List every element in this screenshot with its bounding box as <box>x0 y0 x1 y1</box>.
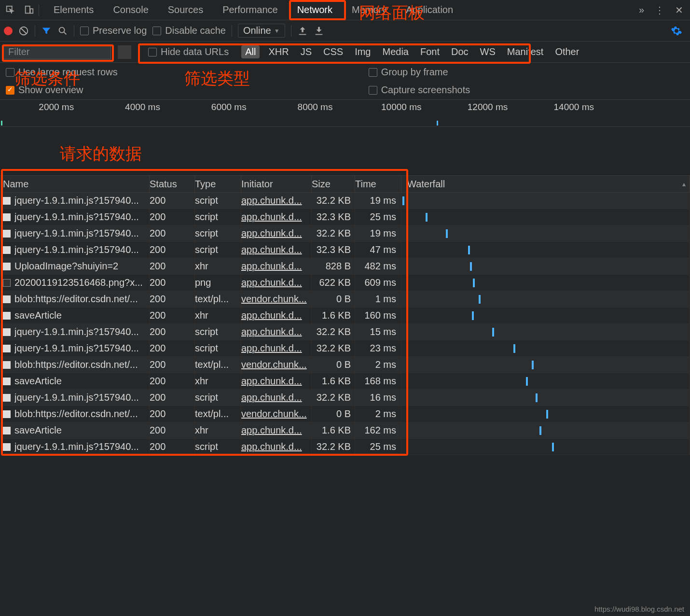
table-row[interactable]: jquery-1.9.1.min.js?157940...200scriptap… <box>0 340 690 357</box>
cell-initiator[interactable]: app.chunk.d... <box>241 258 312 274</box>
show-overview-checkbox[interactable]: Show overview <box>6 84 118 96</box>
table-row[interactable]: blob:https://editor.csdn.net/...200text/… <box>0 291 690 308</box>
hide-data-urls-checkbox[interactable]: Hide data URLs <box>148 46 229 57</box>
cell-initiator[interactable]: app.chunk.d... <box>241 242 312 258</box>
cell-time: 19 ms <box>355 225 401 241</box>
record-button[interactable] <box>4 27 13 35</box>
inspect-icon[interactable] <box>2 1 19 19</box>
overview-mark <box>437 121 438 126</box>
table-row[interactable]: blob:https://editor.csdn.net/...200text/… <box>0 406 690 422</box>
device-toggle-icon[interactable] <box>20 1 38 19</box>
table-row[interactable]: 20200119123516468.png?x...200pngapp.chun… <box>0 275 690 291</box>
download-har-icon[interactable] <box>314 26 324 36</box>
preserve-log-checkbox[interactable]: Preserve log <box>80 25 147 36</box>
table-row[interactable]: jquery-1.9.1.min.js?157940...200scriptap… <box>0 390 690 406</box>
chip-media[interactable]: Media <box>379 45 411 58</box>
upload-har-icon[interactable] <box>297 26 308 36</box>
header-initiator[interactable]: Initiator <box>241 176 312 192</box>
tab-sources[interactable]: Sources <box>158 0 213 19</box>
cell-time: 168 ms <box>355 373 401 389</box>
file-icon <box>3 443 11 451</box>
cell-size: 828 B <box>312 258 355 274</box>
cell-waterfall <box>401 439 690 455</box>
table-row[interactable]: jquery-1.9.1.min.js?157940...200scriptap… <box>0 193 690 209</box>
cell-waterfall <box>401 340 690 356</box>
cell-initiator[interactable]: app.chunk.d... <box>241 439 312 455</box>
clear-icon[interactable] <box>18 26 29 36</box>
chip-all[interactable]: All <box>241 45 260 58</box>
cell-initiator[interactable]: app.chunk.d... <box>241 209 312 225</box>
settings-gear-icon[interactable] <box>671 25 682 37</box>
cell-initiator[interactable]: app.chunk.d... <box>241 340 312 356</box>
cell-initiator[interactable]: app.chunk.d... <box>241 308 312 323</box>
table-row[interactable]: jquery-1.9.1.min.js?157940...200scriptap… <box>0 209 690 225</box>
capture-screenshots-checkbox[interactable]: Capture screenshots <box>369 84 470 96</box>
cell-name: jquery-1.9.1.min.js?157940... <box>0 225 150 241</box>
header-type[interactable]: Type <box>195 176 241 192</box>
cell-initiator[interactable]: app.chunk.d... <box>241 275 312 291</box>
regex-toggle[interactable] <box>118 45 131 59</box>
cell-initiator[interactable]: app.chunk.d... <box>241 390 312 406</box>
timeline-ruler[interactable]: 2000 ms4000 ms6000 ms8000 ms10000 ms1200… <box>0 100 690 127</box>
chip-xhr[interactable]: XHR <box>265 45 291 58</box>
chip-img[interactable]: Img <box>352 45 373 58</box>
group-by-frame-checkbox[interactable]: Group by frame <box>369 67 470 78</box>
table-row[interactable]: UploadImage?shuiyin=2200xhrapp.chunk.d..… <box>0 258 690 275</box>
table-row[interactable]: blob:https://editor.csdn.net/...200text/… <box>0 357 690 373</box>
cell-status: 200 <box>150 291 195 307</box>
header-size[interactable]: Size <box>312 176 355 192</box>
header-status[interactable]: Status <box>150 176 195 192</box>
chip-other[interactable]: Other <box>552 45 582 58</box>
tab-memory[interactable]: Memory <box>342 0 396 19</box>
cell-name: jquery-1.9.1.min.js?157940... <box>0 340 150 356</box>
chip-doc[interactable]: Doc <box>448 45 471 58</box>
file-icon <box>3 213 11 221</box>
tab-console[interactable]: Console <box>103 0 158 19</box>
cell-initiator[interactable]: vendor.chunk... <box>241 357 312 373</box>
tab-elements[interactable]: Elements <box>44 0 103 19</box>
chip-css[interactable]: CSS <box>320 45 346 58</box>
table-row[interactable]: jquery-1.9.1.min.js?157940...200scriptap… <box>0 225 690 242</box>
cell-size: 32.2 KB <box>312 225 355 241</box>
filter-toggle-icon[interactable] <box>41 26 52 36</box>
filter-input[interactable] <box>3 45 111 59</box>
cell-size: 32.2 KB <box>312 439 355 455</box>
chip-manifest[interactable]: Manifest <box>504 45 547 58</box>
blank-area <box>0 127 690 175</box>
cell-initiator[interactable]: app.chunk.d... <box>241 373 312 389</box>
cell-time: 160 ms <box>355 308 401 323</box>
table-row[interactable]: jquery-1.9.1.min.js?157940...200scriptap… <box>0 324 690 340</box>
header-name[interactable]: Name <box>0 176 150 192</box>
table-row[interactable]: saveArticle200xhrapp.chunk.d...1.6 KB162… <box>0 422 690 439</box>
close-devtools-icon[interactable]: ✕ <box>670 4 688 16</box>
tab-performance[interactable]: Performance <box>213 0 288 19</box>
cell-initiator[interactable]: app.chunk.d... <box>241 422 312 438</box>
more-panels-icon[interactable]: » <box>634 4 649 15</box>
cell-initiator[interactable]: app.chunk.d... <box>241 324 312 340</box>
cell-initiator[interactable]: app.chunk.d... <box>241 225 312 241</box>
tab-network[interactable]: Network <box>288 0 342 19</box>
disable-cache-checkbox[interactable]: Disable cache <box>152 25 226 36</box>
table-row[interactable]: saveArticle200xhrapp.chunk.d...1.6 KB160… <box>0 308 690 324</box>
header-waterfall[interactable]: Waterfall <box>401 176 690 192</box>
cell-initiator[interactable]: app.chunk.d... <box>241 193 312 209</box>
search-icon[interactable] <box>57 26 68 36</box>
table-row[interactable]: jquery-1.9.1.min.js?157940...200scriptap… <box>0 242 690 258</box>
cell-type: script <box>195 390 241 406</box>
header-time[interactable]: Time <box>355 176 401 192</box>
ruler-tick: 6000 ms <box>211 102 247 112</box>
chip-ws[interactable]: WS <box>477 45 498 58</box>
table-row[interactable]: saveArticle200xhrapp.chunk.d...1.6 KB168… <box>0 373 690 390</box>
table-row[interactable]: jquery-1.9.1.min.js?157940...200scriptap… <box>0 439 690 455</box>
separator <box>39 4 39 16</box>
chip-js[interactable]: JS <box>298 45 315 58</box>
request-table-body: jquery-1.9.1.min.js?157940...200scriptap… <box>0 193 690 455</box>
large-rows-checkbox[interactable]: Use large request rows <box>6 67 118 78</box>
cell-initiator[interactable]: vendor.chunk... <box>241 406 312 422</box>
chip-font[interactable]: Font <box>417 45 442 58</box>
cell-size: 32.3 KB <box>312 242 355 258</box>
tab-application[interactable]: Application <box>396 0 463 19</box>
cell-initiator[interactable]: vendor.chunk... <box>241 291 312 307</box>
kebab-menu-icon[interactable]: ⋮ <box>650 4 669 16</box>
throttling-select[interactable]: Online▼ <box>238 24 285 38</box>
